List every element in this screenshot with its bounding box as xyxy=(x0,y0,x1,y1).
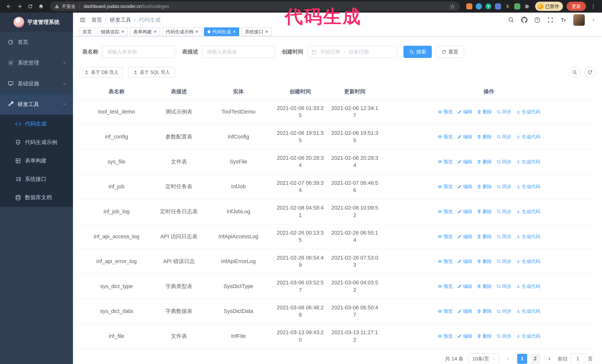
tab-close-icon[interactable]: × xyxy=(154,29,157,34)
table-desc-input[interactable] xyxy=(202,46,275,58)
browser-home-button[interactable] xyxy=(36,1,46,11)
prev-page-button[interactable] xyxy=(504,354,513,363)
generate-code-link[interactable]: 生成代码 xyxy=(516,258,540,265)
generate-code-link[interactable]: 生成代码 xyxy=(516,233,540,240)
edit-link[interactable]: 编辑 xyxy=(457,158,472,165)
browser-back-button[interactable] xyxy=(4,1,14,11)
sidebar-item-infra[interactable]: 基础设施 xyxy=(0,73,73,94)
page-size-select[interactable]: 10条/页 xyxy=(468,354,500,364)
preview-link[interactable]: 预览 xyxy=(438,308,453,315)
tab-close-icon[interactable]: × xyxy=(195,29,198,34)
preview-link[interactable]: 预览 xyxy=(438,158,453,165)
generate-code-link[interactable]: 生成代码 xyxy=(516,283,540,290)
generate-code-link[interactable]: 生成代码 xyxy=(516,108,540,115)
delete-link[interactable]: 删除 xyxy=(477,183,492,190)
browser-menu-button[interactable] xyxy=(588,1,598,11)
tab-home[interactable]: 首页 xyxy=(79,27,95,36)
delete-link[interactable]: 删除 xyxy=(477,158,492,165)
chrome-update-button[interactable]: 更新 xyxy=(567,2,586,11)
sidebar-subitem-api[interactable]: 系统接口 xyxy=(0,170,73,188)
sync-link[interactable]: 同步 xyxy=(496,283,511,290)
breadcrumb-item[interactable]: 首页 xyxy=(91,16,102,24)
sidebar-subitem-form-builder[interactable]: 表单构建 xyxy=(0,152,73,170)
password-manager-extension-icon[interactable] xyxy=(466,3,472,10)
delete-link[interactable]: 删除 xyxy=(477,133,492,140)
browser-reload-button[interactable] xyxy=(25,1,35,11)
app-logo[interactable]: 芋道管理系统 xyxy=(0,13,73,32)
delete-link[interactable]: 删除 xyxy=(477,208,492,215)
tab-api[interactable]: 系统接口× xyxy=(241,27,271,36)
sidebar-item-home[interactable]: 首页 xyxy=(0,32,73,52)
import-sql-button[interactable]: 基于 SQL 导入 xyxy=(128,67,175,78)
tab-form-builder[interactable]: 表单构建× xyxy=(130,27,160,36)
page-number-2[interactable]: 2 xyxy=(530,354,540,364)
edit-link[interactable]: 编辑 xyxy=(457,183,472,190)
preview-link[interactable]: 预览 xyxy=(438,283,453,290)
sidebar-subitem-codegen[interactable]: 代码生成 xyxy=(0,115,73,133)
next-page-button[interactable] xyxy=(545,354,553,363)
preview-link[interactable]: 预览 xyxy=(438,133,453,140)
bookmark-star-icon[interactable] xyxy=(450,3,455,9)
sync-link[interactable]: 同步 xyxy=(496,133,511,140)
tab-codegen-example[interactable]: 代码生成示例× xyxy=(162,27,202,36)
reset-button[interactable]: 重置 xyxy=(436,46,464,58)
preview-link[interactable]: 预览 xyxy=(438,258,453,265)
people-extension-icon[interactable] xyxy=(495,3,501,10)
sidebar-subitem-codegen-example[interactable]: 代码生成示例 xyxy=(0,133,73,151)
sync-link[interactable]: 同步 xyxy=(496,108,511,115)
generate-code-link[interactable]: 生成代码 xyxy=(516,308,540,315)
preview-link[interactable]: 预览 xyxy=(438,233,453,240)
delete-link[interactable]: 删除 xyxy=(477,108,492,115)
preview-link[interactable]: 预览 xyxy=(438,108,453,115)
generate-code-link[interactable]: 生成代码 xyxy=(516,158,540,165)
tab-codegen[interactable]: 代码生成× xyxy=(204,27,239,36)
generate-code-link[interactable]: 生成代码 xyxy=(516,208,540,215)
tab-close-icon[interactable]: × xyxy=(233,29,236,34)
search-icon[interactable] xyxy=(508,17,514,23)
breadcrumb-item[interactable]: 研发工具 xyxy=(110,16,131,24)
sync-link[interactable]: 同步 xyxy=(496,183,511,190)
sync-link[interactable]: 同步 xyxy=(496,208,511,215)
nature-extension-icon[interactable] xyxy=(514,3,520,10)
edit-link[interactable]: 编辑 xyxy=(457,283,472,290)
sidebar-collapse-icon[interactable] xyxy=(79,16,86,23)
extensions-puzzle-icon[interactable] xyxy=(524,3,530,10)
browser-forward-button[interactable] xyxy=(15,1,25,11)
import-db-button[interactable]: 基于 DB 导入 xyxy=(79,67,123,78)
translate-extension-icon[interactable] xyxy=(476,3,482,10)
edit-link[interactable]: 编辑 xyxy=(457,233,472,240)
sidebar-item-devtools[interactable]: 研发工具 xyxy=(0,94,73,115)
sync-link[interactable]: 同步 xyxy=(496,333,511,340)
create-time-range-picker[interactable]: 开始日期 - 结束日期 xyxy=(307,46,397,58)
delete-link[interactable]: 删除 xyxy=(477,333,492,340)
caret-down-icon[interactable] xyxy=(591,18,596,22)
preview-link[interactable]: 预览 xyxy=(438,333,453,340)
delete-link[interactable]: 删除 xyxy=(477,283,492,290)
table-name-input[interactable] xyxy=(102,46,175,58)
page-number-1[interactable]: 1 xyxy=(517,354,527,364)
edit-link[interactable]: 编辑 xyxy=(457,258,472,265)
delete-link[interactable]: 删除 xyxy=(477,233,492,240)
question-icon[interactable] xyxy=(534,17,540,23)
goto-page-input[interactable] xyxy=(570,354,586,364)
tab-tracer[interactable]: 链路追踪× xyxy=(97,27,128,36)
fullscreen-icon[interactable] xyxy=(547,17,554,23)
delete-link[interactable]: 删除 xyxy=(477,258,492,265)
generate-code-link[interactable]: 生成代码 xyxy=(516,183,540,190)
sidebar-item-system[interactable]: 系统管理 xyxy=(0,52,73,73)
edit-link[interactable]: 编辑 xyxy=(457,308,472,315)
sync-link[interactable]: 同步 xyxy=(496,308,511,315)
tab-close-icon[interactable]: × xyxy=(265,29,268,34)
edit-link[interactable]: 编辑 xyxy=(457,108,472,115)
github-icon[interactable] xyxy=(521,17,527,23)
delete-link[interactable]: 删除 xyxy=(477,308,492,315)
edit-link[interactable]: 编辑 xyxy=(457,208,472,215)
checker-extension-icon[interactable]: V xyxy=(485,3,491,10)
preview-link[interactable]: 预览 xyxy=(438,183,453,190)
wallet-extension-icon[interactable]: $ xyxy=(505,3,511,10)
fontsize-icon[interactable] xyxy=(560,17,567,23)
user-avatar[interactable] xyxy=(573,14,585,26)
profile-paused-badge[interactable]: 已暂停 xyxy=(535,2,563,11)
sync-link[interactable]: 同步 xyxy=(496,258,511,265)
refresh-table-button[interactable] xyxy=(584,66,596,78)
